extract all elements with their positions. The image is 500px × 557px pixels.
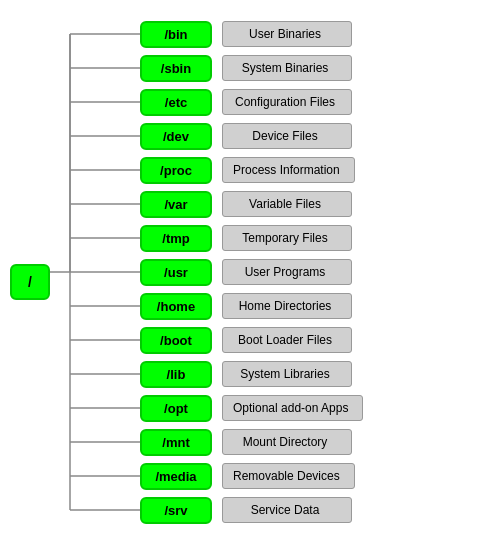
table-row: /varVariable Files (140, 188, 500, 220)
table-row: /procProcess Information (140, 154, 500, 186)
dir-node[interactable]: /home (140, 293, 212, 320)
description-label: User Programs (222, 259, 352, 285)
table-row: /optOptional add-on Apps (140, 392, 500, 424)
description-label: System Binaries (222, 55, 352, 81)
description-label: Configuration Files (222, 89, 352, 115)
dir-node[interactable]: /sbin (140, 55, 212, 82)
dir-node[interactable]: /dev (140, 123, 212, 150)
dir-node[interactable]: /var (140, 191, 212, 218)
table-row: /homeHome Directories (140, 290, 500, 322)
description-label: Home Directories (222, 293, 352, 319)
dir-node[interactable]: /proc (140, 157, 212, 184)
dir-node[interactable]: /usr (140, 259, 212, 286)
dir-node[interactable]: /lib (140, 361, 212, 388)
description-label: Temporary Files (222, 225, 352, 251)
table-row: /mntMount Directory (140, 426, 500, 458)
table-row: /bootBoot Loader Files (140, 324, 500, 356)
table-row: /devDevice Files (140, 120, 500, 152)
description-label: Process Information (222, 157, 355, 183)
description-label: System Libraries (222, 361, 352, 387)
dir-node[interactable]: /mnt (140, 429, 212, 456)
description-label: Device Files (222, 123, 352, 149)
dir-node[interactable]: /opt (140, 395, 212, 422)
table-row: /etcConfiguration Files (140, 86, 500, 118)
dir-node[interactable]: /etc (140, 89, 212, 116)
dir-node[interactable]: /srv (140, 497, 212, 524)
root-label: / (10, 264, 50, 300)
description-label: Variable Files (222, 191, 352, 217)
description-label: User Binaries (222, 21, 352, 47)
dir-node[interactable]: /tmp (140, 225, 212, 252)
table-row: /tmpTemporary Files (140, 222, 500, 254)
rows-container: /binUser Binaries/sbinSystem Binaries/et… (140, 10, 500, 534)
description-label: Mount Directory (222, 429, 352, 455)
table-row: /binUser Binaries (140, 18, 500, 50)
dir-node[interactable]: /boot (140, 327, 212, 354)
dir-node[interactable]: /bin (140, 21, 212, 48)
description-label: Optional add-on Apps (222, 395, 363, 421)
table-row: /usrUser Programs (140, 256, 500, 288)
description-label: Service Data (222, 497, 352, 523)
table-row: /mediaRemovable Devices (140, 460, 500, 492)
description-label: Removable Devices (222, 463, 355, 489)
diagram: / /binUser Binaries/sbinSystem Binaries/… (0, 0, 500, 557)
root-node: / (10, 264, 50, 300)
table-row: /libSystem Libraries (140, 358, 500, 390)
description-label: Boot Loader Files (222, 327, 352, 353)
table-row: /sbinSystem Binaries (140, 52, 500, 84)
table-row: /srvService Data (140, 494, 500, 526)
dir-node[interactable]: /media (140, 463, 212, 490)
